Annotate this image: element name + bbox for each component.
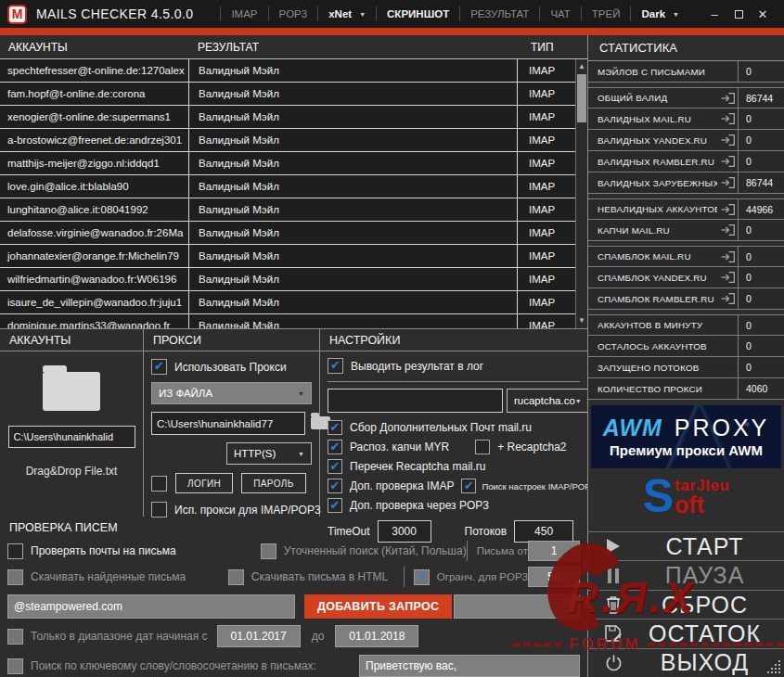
export-button[interactable]	[717, 130, 738, 150]
power-icon	[588, 653, 638, 673]
proxy-panel: ПРОКСИ Использовать Прокси ИЗ ФАЙЛА ▼ HT…	[144, 329, 320, 517]
imap-settings-search-checkbox[interactable]	[461, 479, 476, 493]
export-button[interactable]	[717, 151, 738, 172]
column-header-type[interactable]: ТИП	[518, 41, 587, 54]
login-button[interactable]: ЛОГИН	[175, 473, 233, 493]
stat-row: ОБЩИЙ ВАЛИД 86744	[588, 87, 784, 109]
exit-button[interactable]: ВЫХОД	[588, 648, 784, 677]
proxy-auth-checkbox[interactable]	[151, 476, 167, 492]
table-row[interactable]: isaure_de_villepin@wanadoo.fr:juju1 Вали…	[0, 291, 575, 314]
menu-item[interactable]: IMAP ▼	[220, 6, 267, 21]
table-row[interactable]: spechtefresser@t-online.de:1270alex Вали…	[0, 59, 575, 83]
export-button[interactable]	[717, 199, 738, 219]
table-row[interactable]: a-brostowicz@freenet.de:andrzej301 Валид…	[0, 129, 575, 152]
pause-button[interactable]: ПАУЗА	[588, 560, 784, 589]
browse-proxy-button[interactable]	[308, 412, 312, 435]
menu-item[interactable]: СКРИНШОТ ▼	[376, 6, 459, 21]
minimize-button[interactable]: –	[702, 4, 726, 24]
proxy-path-input[interactable]	[151, 412, 305, 435]
proxy-source-select[interactable]: ИЗ ФАЙЛА ▼	[151, 382, 312, 404]
date-range-checkbox[interactable]	[7, 629, 23, 645]
table-row[interactable]: wilfriedmartin@wanadoo.fr:W06196 Валидны…	[0, 268, 575, 291]
download-html-checkbox[interactable]	[228, 569, 244, 585]
table-row[interactable]: xenogier@t-online.de:supermans1 Валидный…	[0, 106, 575, 129]
password-button[interactable]: ПАРОЛЬ	[241, 473, 306, 493]
scroll-up-icon[interactable]: ▲	[576, 61, 587, 72]
proxy-protocol-select[interactable]: HTTP(S) ▼	[226, 442, 312, 465]
add-query-button[interactable]: ДОБАВИТЬ ЗАПРОС	[304, 594, 452, 619]
reset-button[interactable]: СБРОС	[588, 590, 784, 619]
table-row[interactable]: lunghitano@alice.it:08041992 Валидный Мэ…	[0, 198, 575, 222]
table-row[interactable]: dominique.martins33@wanadoo.fr Валидный …	[0, 314, 575, 328]
column-header-result[interactable]: РЕЗУЛЬТАТ	[189, 41, 518, 54]
collect-mails-checkbox[interactable]	[328, 420, 342, 435]
table-row[interactable]: matthijs-meijer@ziggo.nl:iddqd1 Валидный…	[0, 152, 575, 175]
pop3-limit-checkbox[interactable]	[414, 569, 430, 585]
column-header-accounts[interactable]: АККАУНТЫ	[0, 41, 189, 54]
export-button[interactable]	[717, 247, 738, 266]
keyword-checkbox[interactable]	[7, 658, 23, 674]
imap-settings-search-label: Поиск настроек IMAP/POP	[482, 481, 590, 492]
menu-item[interactable]: РЕЗУЛЬТАТ ▼	[459, 6, 539, 21]
table-row[interactable]: delafosse.virginie@wanadoo.fr:26Ma Валид…	[0, 222, 575, 245]
captcha-myr-checkbox[interactable]	[328, 440, 342, 454]
pop3-check-checkbox[interactable]	[328, 498, 342, 513]
log-checkbox[interactable]	[328, 358, 343, 374]
export-icon	[721, 251, 735, 262]
menu-item[interactable]: POP3 ▼	[268, 6, 318, 21]
query-input[interactable]	[7, 594, 295, 619]
recaptcha2-checkbox[interactable]	[475, 440, 490, 454]
table-row[interactable]: love.gin@alice.it:blabla90 Валидный Мэйл…	[0, 175, 575, 198]
table-row[interactable]: fam.hopf@t-online.de:corona Валидный Мэй…	[0, 83, 575, 106]
captcha-service-select[interactable]: rucaptcha.co ▼	[507, 389, 589, 413]
letters-from-input[interactable]	[528, 541, 580, 561]
close-button[interactable]: ✕	[751, 4, 775, 24]
awm-proxy-banner[interactable]: AWM PROXY Премиум прокси AWM	[591, 405, 781, 468]
check-mails-checkbox[interactable]	[7, 543, 23, 559]
imap-check-checkbox[interactable]	[328, 479, 342, 493]
proxy-imap-pop3-checkbox[interactable]	[151, 502, 167, 517]
date-to-input[interactable]	[335, 625, 418, 647]
date-from-input[interactable]	[217, 625, 301, 647]
table-scrollbar[interactable]: ▲ ▼	[575, 59, 587, 328]
captcha-key-input[interactable]	[328, 389, 503, 413]
export-button[interactable]	[717, 172, 738, 193]
menu-item[interactable]: Dark ▼	[630, 6, 689, 21]
app-logo-icon: M	[7, 5, 27, 24]
scroll-down-icon[interactable]: ▼	[576, 315, 587, 326]
recheck-recaptcha-label: Перечек Recaptcha mail.ru	[350, 460, 485, 473]
query-list-box[interactable]	[454, 594, 580, 619]
accounts-path-input[interactable]	[8, 426, 135, 448]
pop3-check-label: Доп. проверка через POP3	[350, 499, 489, 512]
menu-item[interactable]: xNet ▼	[317, 6, 376, 21]
scrollbar-thumb[interactable]	[577, 74, 586, 122]
stat-row: СПАМБЛОК MAIL.RU 0	[588, 246, 784, 267]
type-cell: IMAP	[518, 175, 575, 198]
export-button[interactable]	[717, 109, 738, 129]
remainder-button[interactable]: ОСТАТОК	[588, 619, 784, 647]
result-cell: Валидный Мэйл	[189, 152, 518, 174]
maximize-button[interactable]	[726, 4, 751, 24]
account-cell: dominique.martins33@wanadoo.fr	[0, 314, 189, 328]
start-button[interactable]: СТАРТ	[588, 531, 784, 560]
export-button[interactable]	[717, 220, 738, 240]
type-cell: IMAP	[518, 129, 575, 151]
folder-icon[interactable]	[43, 372, 100, 411]
export-button[interactable]	[717, 288, 738, 309]
export-button[interactable]	[717, 88, 738, 108]
resize-grip[interactable]	[778, 671, 780, 673]
stat-row: ВАЛИДНЫХ RAMBLER.RU 0	[588, 151, 784, 172]
recheck-recaptcha-checkbox[interactable]	[328, 459, 342, 474]
keyword-input[interactable]	[359, 655, 580, 677]
pop3-limit-input[interactable]	[528, 567, 580, 587]
menu-item[interactable]: ЧАТ ▼	[539, 6, 580, 21]
stat-label: ВАЛИДНЫХ ЗАРУБЕЖНЫХ	[598, 178, 717, 188]
refined-search-checkbox[interactable]	[261, 543, 276, 559]
download-html-label: Скачивать письма в HTML	[251, 570, 388, 583]
export-button[interactable]	[717, 267, 738, 287]
menu-item[interactable]: ТРЕЙ ▼	[581, 6, 631, 21]
table-row[interactable]: johannatexier@orange.fr:Michelin79 Валид…	[0, 245, 575, 268]
use-proxy-checkbox[interactable]	[151, 359, 167, 375]
download-found-checkbox[interactable]	[7, 569, 23, 585]
stat-value: 0	[738, 220, 784, 240]
